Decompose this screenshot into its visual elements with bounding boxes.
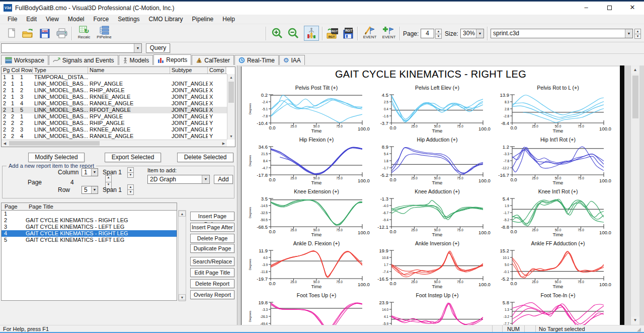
table-row[interactable]: 224LINK_MODEL_BAS...RANKLE_ANGLEJOINT_AN…	[2, 133, 227, 140]
row-select[interactable]: 5▼	[82, 186, 98, 194]
tab-label: Real-Time	[247, 57, 275, 64]
zoom-out-button[interactable]	[286, 26, 301, 41]
delete-selected-button[interactable]: Delete Selected	[177, 153, 233, 162]
menu-model[interactable]: Model	[63, 15, 89, 24]
tab-iaa[interactable]: ⚙IAA	[279, 55, 305, 65]
svg-text:Degrees: Degrees	[249, 207, 252, 219]
page-number-input[interactable]: 4	[421, 29, 434, 38]
table-vertical-scrollbar[interactable]: ▲ ▼	[227, 74, 235, 140]
column-span-spinner[interactable]: ▲▼	[127, 167, 134, 177]
delete-report-button[interactable]: Delete Report	[190, 279, 234, 288]
search-replace-button[interactable]: Search/Replace	[190, 257, 234, 266]
table-row[interactable]: 221LINK_MODEL_BAS...RPV_ANGLEJOINT_ANGLE…	[2, 113, 227, 120]
menu-view[interactable]: View	[41, 15, 63, 24]
query-input[interactable]: ▼	[1, 43, 142, 53]
table-row[interactable]: 215LINK_MODEL_BAS...RFOOT_ANGLEJOINT_ANG…	[2, 107, 227, 113]
save-cmz-button[interactable]: CM2	[37, 26, 52, 41]
menu-file[interactable]: File	[3, 15, 22, 24]
export-selected-button[interactable]: Export Selected	[105, 153, 161, 162]
recalc-button[interactable]: ↻ Recalc	[74, 25, 94, 42]
menu-edit[interactable]: Edit	[22, 15, 41, 24]
column-header[interactable]: Name	[88, 67, 170, 74]
svg-text:-2.4: -2.4	[262, 100, 268, 104]
new-file-button[interactable]	[4, 26, 19, 41]
open-report-rgt-button[interactable]: RGTRGT	[325, 26, 340, 41]
table-row[interactable]: 222LINK_MODEL_BAS...RHIP_ANGLEJOINT_ANGL…	[2, 120, 227, 126]
add-button[interactable]: Add	[214, 175, 233, 184]
svg-text:Degrees: Degrees	[249, 311, 252, 322]
tab-workspace[interactable]: Workspace	[1, 55, 48, 65]
menu-cmo-library[interactable]: CMO Library	[144, 15, 188, 24]
print-button[interactable]	[54, 26, 69, 41]
svg-text:100.0: 100.0	[599, 230, 611, 235]
scroll-down-icon: ▼	[227, 133, 235, 140]
motion-file-select[interactable]: sprint.c3d▼	[491, 29, 633, 38]
save-report-rgt-button[interactable]: RGT	[341, 26, 356, 41]
menu-help[interactable]: Help	[218, 15, 239, 24]
svg-text:Knee Int'l Rot (+): Knee Int'l Rot (+)	[538, 188, 578, 194]
svg-text:Time: Time	[553, 128, 564, 134]
close-button[interactable]: ✕	[621, 2, 644, 15]
chevron-down-icon: ▼	[91, 186, 98, 193]
table-row[interactable]: 211LINK_MODEL_BAS...RPV_ANGLEJOINT_ANGLE…	[2, 81, 227, 87]
table-row[interactable]: 214LINK_MODEL_BAS...RANKLE_ANGLEJOINT_AN…	[2, 100, 227, 107]
pages-scrollbar[interactable]: ▲ ▲ ▼	[178, 210, 186, 301]
duplicate-page-button[interactable]: Duplicate Page	[190, 244, 234, 253]
edit-event-button[interactable]: EVENT	[360, 25, 379, 42]
chart-hip-flexion: Hip Flexion (+)34.621.58.4-4.7-17.80.025…	[247, 134, 367, 185]
pipeline-button[interactable]: PiPeline	[95, 25, 114, 42]
svg-text:50.0: 50.0	[313, 280, 320, 284]
item-to-add-select[interactable]: 2D Graph▼	[147, 175, 210, 184]
menu-force[interactable]: Force	[89, 15, 114, 24]
tab-signals-and-events[interactable]: Signals and Events	[49, 55, 118, 65]
column-select[interactable]: 1▼	[82, 168, 98, 176]
page-list-item[interactable]: 4GAIT CYCLE KINEMATICS - RIGHT LEG	[2, 230, 177, 237]
add-event-button[interactable]: EVENT	[379, 25, 398, 42]
svg-text:↻: ↻	[84, 28, 89, 35]
page-list-item[interactable]: 3GAIT CYCLE KINEMATICS - LEFT LEG	[2, 224, 177, 230]
table-row[interactable]: 213LINK_MODEL_BAS...RKNEE_ANGLEJOINT_ANG…	[2, 94, 227, 100]
page-list-item[interactable]: 5GAIT CYCLE KINEMATICS - LEFT LEG	[2, 237, 177, 243]
row-span-spinner[interactable]: ▲▼	[127, 184, 134, 194]
page-spinner[interactable]: ▲▼	[435, 29, 442, 38]
column-header[interactable]: Pg Col Row	[2, 67, 33, 74]
tab-models[interactable]: Models	[119, 55, 153, 65]
table-row[interactable]: 212LINK_MODEL_BAS...RHIP_ANGLEJOINT_ANGL…	[2, 87, 227, 94]
column-header[interactable]: Type	[33, 67, 88, 74]
size-select[interactable]: 30%▼	[460, 29, 484, 38]
modify-selected-button[interactable]: Modify Selected	[28, 153, 85, 162]
svg-text:50.0: 50.0	[555, 228, 561, 232]
table-row[interactable]: 223LINK_MODEL_BAS...RKNEE_ANGLEJOINT_ANG…	[2, 126, 227, 133]
table-row[interactable]: 111TEMPORAL_DISTA...	[2, 74, 227, 81]
svg-text:-5.2: -5.2	[501, 276, 509, 282]
delete-page-button[interactable]: Delete Page	[190, 234, 234, 243]
column-header[interactable]: Comp	[208, 67, 226, 74]
query-button[interactable]: Query	[146, 43, 170, 53]
menu-pipeline[interactable]: Pipeline	[188, 15, 218, 24]
open-file-button[interactable]	[20, 26, 35, 41]
tab-reports[interactable]: Reports	[153, 54, 191, 65]
minimize-button[interactable]: –	[575, 2, 598, 15]
menu-settings[interactable]: Settings	[113, 15, 144, 24]
column-header[interactable]: Subtype	[170, 67, 208, 74]
insert-page-before-button[interactable]: Insert Page Before	[190, 212, 234, 221]
svg-text:100.0: 100.0	[599, 282, 611, 287]
report-items-panel: Pg Col RowTypeNameSubtypeComp 111TEMPORA…	[0, 65, 237, 325]
tab-real-time[interactable]: Real-Time	[234, 55, 279, 65]
svg-text:Degrees: Degrees	[249, 259, 252, 271]
edit-page-title-button[interactable]: Edit Page Title	[190, 268, 234, 277]
report-graph-button[interactable]	[304, 26, 319, 41]
report-vertical-scrollbar[interactable]: ▲ ▼	[630, 65, 639, 325]
page-list-item[interactable]: 1	[2, 211, 177, 217]
zoom-in-button[interactable]	[270, 26, 285, 41]
page-list-item[interactable]: 2GAIT CYCLE KINEMATICS - RIGHT LEG	[2, 217, 177, 224]
table-horizontal-scrollbar[interactable]: ◀ ▶	[2, 140, 227, 147]
svg-text:Hip Adduction (+): Hip Adduction (+)	[417, 137, 458, 143]
resize-grip[interactable]: ◢	[637, 325, 644, 333]
tab-caltester[interactable]: CalTester	[192, 55, 234, 65]
maximize-button[interactable]	[598, 2, 621, 15]
file-spinner[interactable]: ▲▼	[634, 29, 641, 38]
overlay-report-button[interactable]: Overlay Report	[190, 290, 234, 299]
insert-page-after-button[interactable]: Insert Page After	[190, 223, 234, 232]
chart-foot-toe-in: Foot Toe-In (+)5.81.3-3.2-7.7-12.20.025.…	[488, 289, 609, 325]
